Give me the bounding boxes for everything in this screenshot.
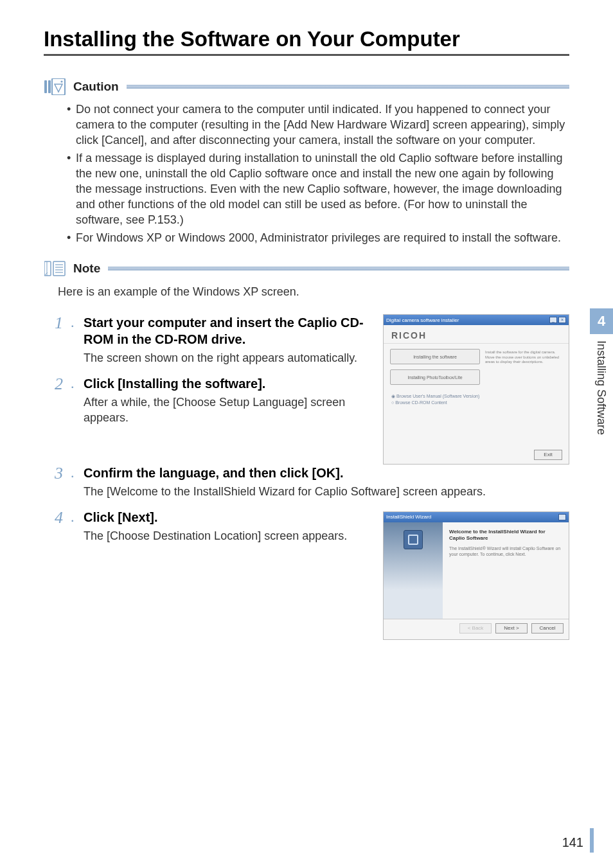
window-title: InstallShield Wizard [386,514,431,520]
cancel-button[interactable]: Cancel [531,623,564,633]
brand-logo: RICOH [384,325,569,344]
back-button: < Back [459,623,492,633]
svg-rect-4 [44,261,51,276]
svg-point-3 [60,80,62,82]
section-label: Installing Software [594,338,608,435]
step-dot: . [71,509,76,526]
title-rule [44,54,569,56]
step-number: 3 [44,465,63,483]
step-dot: . [71,314,76,331]
note-label: Note [73,261,100,276]
step-number: 2 [44,375,63,394]
note-header: Note [44,260,569,278]
step-number: 1 [44,314,63,333]
chapter-badge: 4 [590,308,613,334]
caution-item: If a message is displayed during install… [67,151,569,228]
wizard-screenshot: InstallShield Wizard Welcome to the Inst… [383,511,569,640]
caution-item: For Windows XP or Windows 2000, Administ… [67,231,569,246]
step-2: 2 . Click [Installing the software]. Aft… [44,375,377,426]
installer-options: ◉ Browse User's Manual (Software Version… [384,394,569,405]
step-title: Click [Next]. [84,509,377,526]
window-controls: _ × [549,317,566,323]
step-title: Start your computer and insert the Capli… [84,314,377,348]
next-button[interactable]: Next > [495,623,528,633]
note-intro: Here is an example of the Windows XP scr… [58,285,569,299]
step-desc: The [Welcome to the InstallShield Wizard… [84,484,569,499]
page-title: Installing the Software on Your Computer [44,27,569,51]
step-1: 1 . Start your computer and insert the C… [44,314,377,366]
window-titlebar: Digital camera software installer _ × [384,315,569,325]
side-tab: 4 Installing Software [586,308,613,435]
footer-accent [590,828,594,853]
window-title: Digital camera software installer [386,317,459,323]
caution-rule [127,85,569,89]
exit-button[interactable]: Exit [534,450,562,460]
step-3: 3 . Confirm the language, and then click… [44,465,569,499]
step-dot: . [71,375,76,392]
note-icon [44,260,67,278]
caution-label: Caution [73,80,119,94]
caution-item: Do not connect your camera to the comput… [67,102,569,148]
wizard-footer: < Back Next > Cancel [384,619,569,638]
close-icon[interactable]: × [558,317,566,323]
minimize-icon[interactable]: _ [549,317,557,323]
step-number: 4 [44,509,63,527]
page-footer: 141 [562,828,594,853]
browse-manual-option[interactable]: ◉ Browse User's Manual (Software Version… [391,394,561,399]
caution-list: Do not connect your camera to the comput… [67,102,569,245]
close-icon[interactable] [558,514,566,520]
step-dot: . [71,465,76,481]
wizard-sidebar [384,522,443,619]
installer-screenshot: Digital camera software installer _ × RI… [383,314,569,465]
installer-description: Install the software for the digital cam… [485,349,562,390]
step-desc: The [Choose Destination Location] screen… [84,528,377,544]
page: Installing the Software on Your Computer… [0,0,613,868]
step-desc: After a while, the [Choose Setup Languag… [84,394,377,426]
step-4: 4 . Click [Next]. The [Choose Destinatio… [44,509,377,544]
caution-icon [44,78,67,96]
computer-icon [404,530,423,549]
install-software-button[interactable]: Installing the software [390,349,480,364]
window-controls [558,511,566,523]
step-title: Confirm the language, and then click [OK… [84,465,569,481]
window-titlebar: InstallShield Wizard [384,512,569,522]
browse-cd-option[interactable]: ○ Browse CD-ROM Content [391,400,561,405]
note-rule [108,267,569,270]
install-toolbox-button[interactable]: Installing PhotoToolbox/Lite [390,369,480,385]
step-desc: The screen shown on the right appears au… [84,350,377,366]
wizard-welcome-title: Welcome to the InstallShield Wizard for … [449,529,562,542]
svg-rect-0 [44,80,47,93]
svg-rect-5 [53,261,65,276]
step-title: Click [Installing the software]. [84,375,377,392]
wizard-welcome-desc: The InstallShield® Wizard will install C… [449,545,562,557]
page-number: 141 [562,831,586,850]
svg-rect-1 [48,80,51,93]
caution-header: Caution [44,78,569,96]
